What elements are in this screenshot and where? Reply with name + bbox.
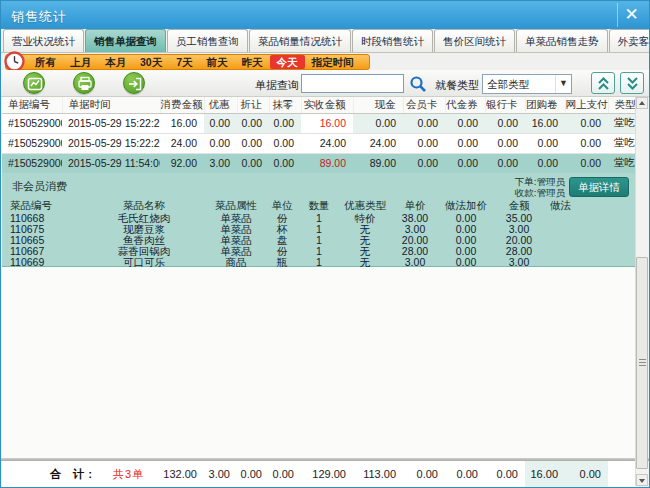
tab-dish-sales-volume[interactable]: 菜品销量情况统计 — [249, 29, 351, 52]
receipt-row[interactable]: #1505290003 2015-05-29 15:22:27 16.00 0.… — [2, 113, 637, 133]
cell: 0.00 — [525, 133, 565, 153]
time-filter-bar: 所有 上月 本月 30天 7天 前天 昨天 今天 指定时间 — [5, 54, 370, 70]
cell: 3.00 — [204, 153, 237, 173]
cell: 0.00 — [269, 133, 301, 153]
column-header[interactable]: 消费金额 — [160, 97, 204, 113]
column-header[interactable]: 会员卡 — [403, 97, 445, 113]
cell: 堂吃 — [608, 113, 637, 133]
scrollbar-thumb[interactable] — [636, 257, 648, 469]
cell: 现磨豆浆 — [80, 224, 208, 235]
column-header[interactable]: 银行卡 — [485, 97, 525, 113]
cell: 20.00 — [392, 235, 438, 246]
filter-all[interactable]: 所有 — [28, 55, 63, 69]
column-header[interactable]: 抹零 — [269, 97, 301, 113]
cell: 0.00 — [204, 113, 237, 133]
close-button[interactable]: ✕ — [617, 3, 645, 27]
cell: 110667 — [4, 246, 80, 257]
column-header[interactable]: 折让 — [237, 97, 269, 113]
cell: 单菜品 — [208, 235, 264, 246]
meal-type-label: 就餐类型 — [435, 78, 479, 93]
column-header: 单价 — [392, 199, 438, 213]
meal-type-select[interactable]: 全部类型 ▼ — [482, 74, 572, 94]
scrollbar-grip-icon — [639, 359, 646, 366]
column-header[interactable]: 网上支付 — [565, 97, 608, 113]
total-discount: 3.00 — [204, 461, 237, 487]
search-icon[interactable] — [408, 74, 428, 94]
filter-today[interactable]: 今天 — [270, 55, 305, 69]
double-chevron-up-icon — [597, 76, 610, 91]
tab-business-status[interactable]: 营业状况统计 — [3, 29, 84, 52]
close-icon: ✕ — [624, 5, 638, 24]
receipt-detail-button[interactable]: 单据详情 — [569, 177, 629, 197]
tab-time-period-sales[interactable]: 时段销售统计 — [352, 29, 433, 52]
column-header: 数量 — [300, 199, 338, 213]
detail-item-row[interactable]: 110665 鱼香肉丝 单菜品 盘 1 无 20.00 0.00 20.00 — [4, 235, 634, 246]
totals-row: 合 计: 共3单 132.00 3.00 0.00 0.00 129.00 11… — [2, 461, 637, 488]
export-button[interactable] — [123, 72, 145, 94]
column-header[interactable]: 优惠 — [204, 97, 237, 113]
tab-sales-receipt-query[interactable]: 销售单据查询 — [85, 29, 166, 52]
tab-single-dish-trend[interactable]: 单菜品销售走势 — [516, 29, 608, 52]
filter-7-days[interactable]: 7天 — [169, 55, 199, 69]
cell: 28.00 — [494, 246, 544, 257]
detail-item-row[interactable]: 110668 毛氏红烧肉 单菜品 份 1 特价 38.00 0.00 35.00 — [4, 213, 634, 224]
cell: 0.00 — [438, 213, 494, 224]
column-header[interactable]: 单据时间 — [62, 97, 160, 113]
column-header[interactable]: 类型 — [608, 97, 637, 113]
cell: 0.00 — [445, 153, 485, 173]
column-header: 菜品属性 — [208, 199, 264, 213]
total-consumption: 132.00 — [160, 461, 204, 487]
tab-price-range[interactable]: 售价区间统计 — [434, 29, 515, 52]
column-header[interactable]: 团购卷 — [525, 97, 565, 113]
expand-down-button[interactable] — [620, 72, 644, 94]
time-filter-strip: 所有 上月 本月 30天 7天 前天 昨天 今天 指定时间 — [1, 54, 649, 70]
column-header[interactable]: 单据编号 — [2, 97, 62, 113]
receipt-row-selected[interactable]: #1505290001 2015-05-29 11:54:06 92.00 3.… — [2, 153, 637, 173]
detail-title: 非会员消费 — [12, 179, 67, 194]
detail-header-row: 菜品编号 菜品名称 菜品属性 单位 数量 优惠类型 单价 做法加价 金额 做法 — [4, 199, 634, 213]
detail-item-row[interactable]: 110675 现磨豆浆 单菜品 杯 1 无 3.00 0.00 3.00 — [4, 224, 634, 235]
receipt-row[interactable]: #1505290002 2015-05-29 15:22:20 24.00 0.… — [2, 133, 637, 153]
cell: 份 — [264, 213, 300, 224]
cell: 16.00 — [525, 113, 565, 133]
cell: 1 — [300, 213, 338, 224]
vertical-scrollbar[interactable] — [635, 97, 648, 486]
scroll-down-button[interactable] — [636, 474, 648, 486]
tab-employee-sales[interactable]: 员工销售查询 — [167, 29, 248, 52]
cell: 0.00 — [403, 113, 445, 133]
cell: 28.00 — [392, 246, 438, 257]
cell: 0.00 — [237, 113, 269, 133]
cell: 2015-05-29 11:54:06 — [62, 153, 160, 173]
receipt-detail-panel: 非会员消费 下单:管理员 收款:管理员 单据详情 菜品编号 菜品名称 菜品属性 … — [2, 173, 637, 267]
column-header: 优惠类型 — [338, 199, 392, 213]
cell: 0.00 — [485, 153, 525, 173]
filter-day-before[interactable]: 前天 — [200, 55, 235, 69]
column-header: 单位 — [264, 199, 300, 213]
filter-this-month[interactable]: 本月 — [98, 55, 133, 69]
total-bank-card: 0.00 — [485, 461, 525, 487]
filter-yesterday[interactable]: 昨天 — [235, 55, 270, 69]
column-header[interactable]: 实收金额 — [301, 97, 353, 113]
empty-grid-area — [2, 267, 637, 458]
total-member-card: 0.00 — [403, 461, 445, 487]
window-title: 销售统计 — [11, 8, 67, 26]
tab-takeout-customer[interactable]: 外卖客户消费统计 — [609, 29, 650, 52]
collapse-up-button[interactable] — [591, 72, 615, 94]
filter-last-month[interactable]: 上月 — [63, 55, 98, 69]
column-header: 菜品名称 — [80, 199, 208, 213]
filter-custom-time[interactable]: 指定时间 — [305, 55, 361, 69]
print-button[interactable] — [73, 72, 95, 94]
cell: #1505290002 — [2, 133, 62, 153]
receipt-search-input[interactable] — [301, 74, 404, 93]
scroll-up-button[interactable] — [636, 97, 648, 109]
cell: 89.00 — [353, 153, 403, 173]
column-header[interactable]: 代金券 — [445, 97, 485, 113]
filter-30-days[interactable]: 30天 — [133, 55, 169, 69]
cell: 毛氏红烧肉 — [80, 213, 208, 224]
cell: 0.00 — [353, 113, 403, 133]
cell: 0.00 — [525, 153, 565, 173]
cell: 鱼香肉丝 — [80, 235, 208, 246]
chart-button[interactable] — [23, 72, 45, 94]
detail-item-row[interactable]: 110667 蒜香回锅肉 单菜品 份 1 无 28.00 0.00 28.00 — [4, 246, 634, 257]
column-header[interactable]: 现金 — [353, 97, 403, 113]
